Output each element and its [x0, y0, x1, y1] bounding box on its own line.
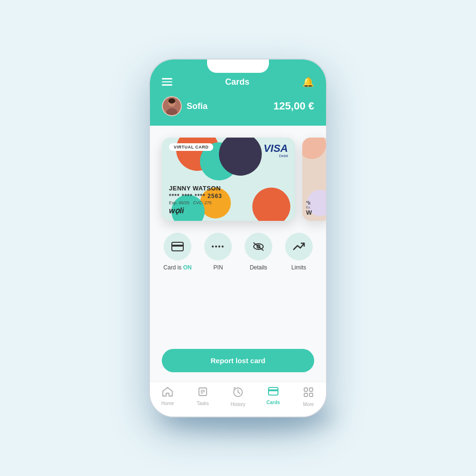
card-expiry-cvc: Exp. 05/25 CVC: 275	[169, 200, 288, 205]
cards-icon	[268, 387, 278, 398]
card-top-row: VIRTUAL CARD VISA Debit	[169, 143, 288, 158]
home-icon	[162, 387, 173, 399]
action-label-pin: PIN	[213, 264, 223, 271]
content-spacer	[150, 276, 326, 339]
visa-logo: VISA Debit	[264, 143, 288, 158]
primary-card[interactable]: VIRTUAL CARD VISA Debit JENNY WATSON ***…	[162, 138, 295, 221]
action-circle-limits	[285, 233, 313, 260]
card-bottom: JENNY WATSON **** **** **** 2563 Exp. 05…	[169, 185, 288, 215]
balance: 125,00 €	[273, 100, 314, 112]
nav-item-more[interactable]: More	[296, 387, 322, 407]
header-bottom: Sofia 125,00 €	[162, 96, 314, 116]
nav-label-home: Home	[161, 401, 174, 406]
bell-icon[interactable]: 🔔	[302, 76, 314, 88]
nav-label-tasks: Tasks	[197, 401, 209, 406]
nav-label-cards: Cards	[267, 400, 280, 405]
nav-item-history[interactable]: History	[225, 387, 251, 407]
menu-line-1	[162, 78, 172, 79]
card-content: VIRTUAL CARD VISA Debit JENNY WATSON ***…	[162, 138, 295, 221]
menu-line-2	[162, 81, 172, 83]
notch	[207, 60, 269, 73]
header-top: Cards 🔔	[162, 76, 314, 88]
header-title: Cards	[225, 77, 249, 87]
virtual-badge: VIRTUAL CARD	[169, 143, 213, 151]
visa-debit: Debit	[264, 154, 288, 158]
actions-row: Card is ON •••• PIN	[150, 221, 326, 276]
nav-item-home[interactable]: Home	[155, 387, 181, 407]
action-details[interactable]: Details	[245, 233, 272, 271]
card2-small: Ex.	[306, 206, 326, 209]
action-label-details: Details	[250, 264, 268, 271]
action-circle-details	[245, 233, 272, 260]
report-lost-card-button[interactable]: Report lost card	[162, 349, 314, 372]
screen: Cards 🔔	[150, 60, 326, 416]
woli-logo: wọli	[169, 206, 288, 215]
action-label-limits: Limits	[291, 264, 306, 271]
action-circle-card	[164, 233, 191, 260]
menu-icon[interactable]	[162, 78, 172, 86]
svg-rect-20	[309, 393, 313, 397]
more-icon	[303, 387, 314, 400]
nav-item-cards[interactable]: Cards	[260, 387, 287, 407]
cards-carousel: VIRTUAL CARD VISA Debit JENNY WATSON ***…	[150, 126, 326, 221]
svg-rect-6	[172, 245, 183, 247]
card-number: **** **** **** 2563	[169, 193, 288, 199]
svg-rect-19	[304, 393, 307, 397]
card2-letter: W	[306, 209, 326, 216]
nav-label-history: History	[230, 402, 245, 407]
menu-line-3	[162, 84, 172, 86]
card-holder-name: JENNY WATSON	[169, 185, 288, 192]
avatar	[162, 96, 182, 116]
card2-content: *k Ex. W	[302, 138, 326, 221]
user-name: Sofia	[187, 101, 208, 111]
report-section: Report lost card	[150, 339, 326, 382]
action-label-card: Card is ON	[163, 264, 191, 271]
action-pin[interactable]: •••• PIN	[204, 233, 232, 271]
phone-frame: Cards 🔔	[150, 60, 326, 416]
visa-text: VISA	[264, 143, 288, 154]
svg-rect-18	[309, 388, 313, 391]
phone-wrapper: Cards 🔔	[150, 60, 326, 416]
action-card-toggle[interactable]: Card is ON	[163, 233, 191, 271]
bottom-nav: Home Tasks	[150, 382, 326, 416]
main-content: VIRTUAL CARD VISA Debit JENNY WATSON ***…	[150, 126, 326, 382]
tasks-icon	[198, 387, 208, 399]
nav-label-more: More	[303, 402, 314, 407]
secondary-card[interactable]: *k Ex. W	[302, 138, 326, 221]
action-limits[interactable]: Limits	[285, 233, 313, 271]
nav-item-tasks[interactable]: Tasks	[190, 387, 216, 407]
card2-dots: *k	[306, 200, 326, 206]
svg-point-4	[169, 99, 175, 104]
history-icon	[233, 387, 243, 400]
user-info: Sofia	[162, 96, 208, 116]
action-circle-pin: ••••	[204, 233, 232, 260]
svg-rect-17	[304, 388, 307, 391]
svg-rect-16	[268, 389, 278, 391]
